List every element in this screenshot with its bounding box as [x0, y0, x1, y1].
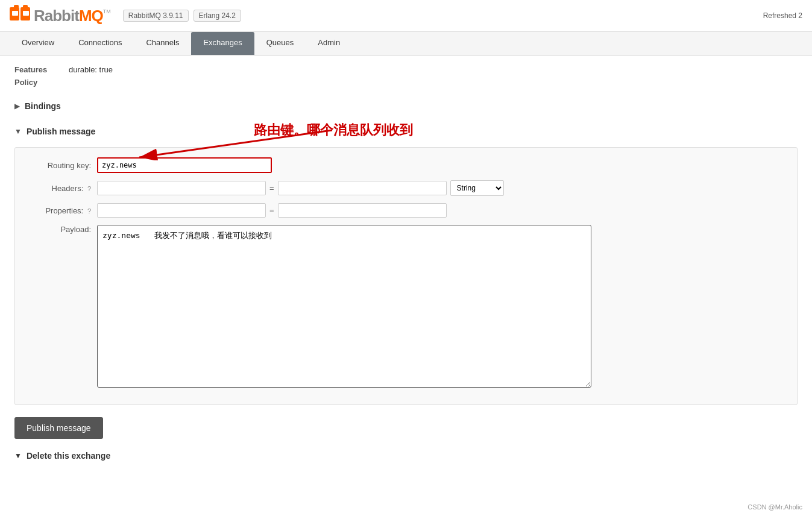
bindings-header[interactable]: ▶ Bindings [14, 96, 798, 116]
publish-message-title: Publish message [27, 127, 95, 136]
rabbitmq-logo-icon [10, 5, 31, 27]
properties-value-input[interactable] [278, 203, 447, 218]
info-table: Features durable: true Policy [14, 65, 798, 87]
publish-message-form: 路由键。哪个消息队列收到 Routing key: [14, 147, 798, 405]
features-value: durable: true [69, 65, 113, 74]
properties-label: Properties: ? [25, 206, 91, 215]
erlang-version-badge: Erlang 24.2 [194, 10, 241, 22]
properties-row: Properties: ? = [25, 203, 787, 218]
nav-channels[interactable]: Channels [134, 32, 191, 55]
svg-rect-2 [14, 5, 19, 11]
headers-equal: = [269, 184, 274, 193]
properties-equal: = [269, 206, 274, 215]
svg-rect-4 [12, 11, 18, 16]
nav-overview[interactable]: Overview [10, 32, 66, 55]
logo-tm: TM [103, 8, 111, 14]
refreshed-text: Refreshed 2 [763, 11, 802, 20]
publish-message-button[interactable]: Publish message [14, 417, 103, 439]
nav-admin[interactable]: Admin [306, 32, 352, 55]
delete-exchange-title: Delete this exchange [27, 451, 110, 461]
policy-row: Policy [14, 78, 798, 87]
bindings-toggle-icon: ▶ [14, 102, 20, 110]
headers-name-input[interactable] [97, 181, 266, 195]
bindings-section: ▶ Bindings [14, 96, 798, 116]
routing-key-label: Routing key: [25, 161, 91, 170]
headers-help[interactable]: ? [87, 185, 91, 192]
logo: RabbitMQ TM [10, 5, 111, 27]
top-bar: RabbitMQ TM RabbitMQ 3.9.11 Erlang 24.2 … [0, 0, 812, 32]
svg-rect-3 [23, 5, 28, 11]
delete-exchange-section[interactable]: ▼ Delete this exchange [14, 451, 798, 461]
logo-text: RabbitMQ [34, 7, 103, 25]
payload-label: Payload: [25, 225, 91, 234]
headers-value-input[interactable] [278, 181, 447, 195]
svg-rect-5 [23, 11, 29, 16]
routing-key-area: 路由键。哪个消息队列收到 Routing key: [25, 157, 787, 173]
routing-key-input[interactable] [97, 157, 272, 173]
nav-queues[interactable]: Queues [254, 32, 306, 55]
main-content: Features durable: true Policy ▶ Bindings… [0, 55, 812, 470]
publish-message-section: ▼ Publish message 路由键。哪个消息队列收到 [14, 122, 798, 451]
delete-toggle-icon: ▼ [14, 452, 22, 460]
logo-mq: MQ [79, 7, 103, 25]
nav-exchanges[interactable]: Exchanges [191, 32, 254, 55]
features-label: Features [14, 65, 69, 74]
payload-textarea[interactable]: zyz.news 我发不了消息哦，看谁可以接收到 [97, 225, 591, 388]
publish-toggle-icon: ▼ [14, 127, 22, 136]
rabbitmq-version-badge: RabbitMQ 3.9.11 [123, 10, 189, 22]
payload-row: Payload: zyz.news 我发不了消息哦，看谁可以接收到 [25, 225, 787, 388]
policy-label: Policy [14, 78, 69, 87]
features-row: Features durable: true [14, 65, 798, 74]
properties-name-input[interactable] [97, 203, 266, 218]
logo-rabbit: Rabbit [34, 7, 79, 25]
bindings-title: Bindings [25, 101, 61, 111]
nav-connections[interactable]: Connections [66, 32, 134, 55]
headers-label: Headers: ? [25, 184, 91, 193]
headers-row: Headers: ? = String Byte array [25, 180, 787, 196]
headers-type-select[interactable]: String Byte array [450, 180, 504, 196]
routing-key-row: Routing key: [25, 157, 787, 173]
publish-message-header[interactable]: ▼ Publish message [14, 122, 798, 141]
nav-bar: Overview Connections Channels Exchanges … [0, 32, 812, 55]
properties-help[interactable]: ? [87, 207, 91, 215]
